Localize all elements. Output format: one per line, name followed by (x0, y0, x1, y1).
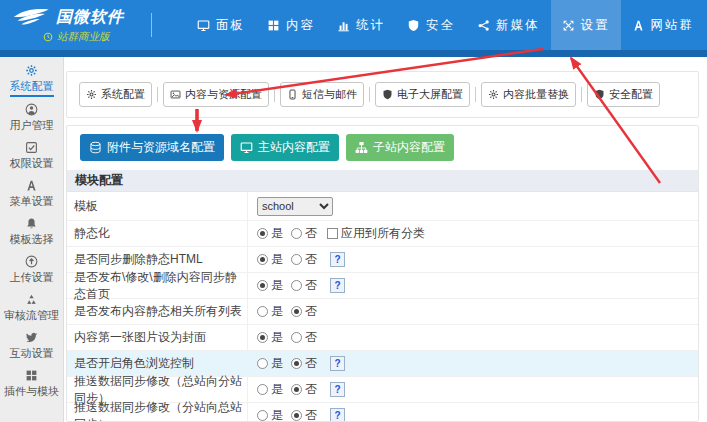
radio-yes[interactable] (257, 306, 268, 317)
radio-no[interactable] (291, 280, 302, 291)
nav-item-dashboard[interactable]: 面板 (186, 0, 256, 50)
grid-icon (267, 19, 280, 32)
sidebar-item-label: 审核流管理 (4, 308, 59, 323)
row-label: 模板 (74, 198, 98, 215)
radio-no[interactable] (291, 254, 302, 265)
nav-item-label: 内容 (286, 17, 315, 34)
radio-yes[interactable] (257, 410, 268, 421)
sms-email-button[interactable]: 短信与邮件 (280, 82, 364, 107)
gear-icon (25, 64, 38, 79)
nav-item-label: 安全 (426, 17, 455, 34)
system-config-button[interactable]: 系统配置 (79, 82, 152, 107)
content-batch-replace-button[interactable]: 内容批量替换 (481, 82, 576, 107)
radio-yes[interactable] (257, 254, 268, 265)
module-config-card: 附件与资源域名配置主站内容配置子站内容配置 模块配置 模板school静态化是否… (66, 125, 699, 422)
nav-item-settings[interactable]: 设置 (551, 0, 621, 50)
tab-sub-site-content-config[interactable]: 子站内容配置 (346, 134, 454, 161)
sidebar-item-label: 系统配置 (10, 79, 54, 97)
radio-no[interactable] (291, 358, 302, 369)
help-icon[interactable]: ? (330, 408, 345, 422)
sidebar-item-permission-settings[interactable]: 权限设置 (0, 137, 63, 175)
radio-option-label: 是 (271, 225, 283, 242)
radio-option-label: 是 (271, 303, 283, 320)
sidebar-item-upload-settings[interactable]: 上传设置 (0, 251, 63, 289)
radio-yes[interactable] (257, 228, 268, 239)
radio-no[interactable] (291, 332, 302, 343)
row-label-cell: 推送数据同步修改（分站向总站同步） (67, 403, 247, 422)
help-icon[interactable]: ? (330, 356, 345, 371)
radio-no[interactable] (291, 228, 302, 239)
sidebar-item-user-management[interactable]: 用户管理 (0, 99, 63, 137)
sidebar-item-system-config[interactable]: 系统配置 (0, 61, 63, 99)
radio-no[interactable] (291, 384, 302, 395)
checkbox-label: 应用到所有分类 (341, 225, 425, 242)
sidebar-item-label: 插件与模块 (4, 384, 59, 399)
bird-icon (25, 331, 38, 346)
check-square-icon (25, 141, 38, 156)
big-screen-config-button[interactable]: 电子大屏配置 (375, 82, 470, 107)
sidebar-item-label: 上传设置 (10, 270, 54, 285)
radio-yes[interactable] (257, 332, 268, 343)
nav-item-statistics[interactable]: 统计 (326, 0, 396, 50)
row-value-cell: 是否? (247, 247, 698, 272)
toolbar-separator (475, 87, 476, 102)
radio-yes[interactable] (257, 384, 268, 395)
sidebar-item-interaction-settings[interactable]: 互动设置 (0, 327, 63, 365)
row-label: 推送数据同步修改（分站向总站同步） (74, 399, 247, 422)
toolbar-button-label: 内容与资源配置 (185, 87, 262, 102)
radio-option-label: 否 (305, 277, 317, 294)
row-label: 是否开启角色浏览控制 (74, 355, 194, 372)
sidebar-item-menu-settings[interactable]: 菜单设置 (0, 175, 63, 213)
radio-option-label: 是 (271, 355, 283, 372)
panel-title: 模块配置 (67, 170, 698, 192)
tab-main-site-content-config[interactable]: 主站内容配置 (231, 134, 339, 161)
sidebar-item-template-selection[interactable]: 模板选择 (0, 213, 63, 251)
row-label: 静态化 (74, 225, 110, 242)
row-label-cell: 是否发布\修改\删除内容同步静态首页 (67, 273, 247, 298)
nav-item-security[interactable]: 安全 (396, 0, 466, 50)
radio-option-label: 否 (305, 329, 317, 346)
apply-all-categories-checkbox[interactable] (327, 228, 338, 239)
help-icon[interactable]: ? (330, 278, 345, 293)
row-value-cell: 是否 (247, 325, 698, 350)
template-select[interactable]: school (257, 197, 333, 216)
module-config-table: 模板school静态化是否应用到所有分类是否同步删除静态HTML是否?是否发布\… (67, 192, 698, 422)
tab-attachment-domain-config[interactable]: 附件与资源域名配置 (80, 134, 224, 161)
nav-item-content[interactable]: 内容 (256, 0, 326, 50)
radio-yes[interactable] (257, 358, 268, 369)
content-resource-config-button[interactable]: 内容与资源配置 (163, 82, 269, 107)
nav-item-site-group[interactable]: 网站群 (621, 0, 706, 50)
radio-yes[interactable] (257, 280, 268, 291)
radio-option-label: 否 (305, 407, 317, 422)
gear-icon (488, 89, 499, 100)
toolbar-button-label: 系统配置 (101, 87, 145, 102)
monitor-icon (240, 141, 253, 154)
mobile-icon (287, 89, 298, 100)
radio-no[interactable] (291, 306, 302, 317)
nav-item-label: 统计 (356, 17, 385, 34)
radio-option-label: 否 (305, 225, 317, 242)
sidebar-item-plugins-modules[interactable]: 插件与模块 (0, 365, 63, 403)
recycle-icon (25, 293, 38, 308)
row-value-cell: 是否? (247, 377, 698, 402)
security-config-button[interactable]: 安全配置 (587, 82, 660, 107)
sidebar-item-audit-flow-management[interactable]: 审核流管理 (0, 289, 63, 327)
row-label-cell: 模板 (67, 192, 247, 220)
nav-item-label: 网站群 (651, 17, 695, 34)
nav-item-new-media[interactable]: 新媒体 (466, 0, 551, 50)
toolbar-separator (581, 87, 582, 102)
row-label-cell: 内容第一张图片设为封面 (67, 325, 247, 350)
help-icon[interactable]: ? (330, 382, 345, 397)
share-icon (477, 19, 490, 32)
image-icon (170, 89, 181, 100)
brand: 国微软件 站群商业版 (0, 7, 143, 44)
row-label-cell: 静态化 (67, 221, 247, 246)
radio-option-label: 是 (271, 407, 283, 422)
brand-swoosh-logo-icon (13, 7, 51, 27)
radio-no[interactable] (291, 410, 302, 421)
th-large-icon (25, 369, 38, 384)
row-label: 是否发布内容静态相关所有列表 (74, 303, 242, 320)
radio-option-label: 是 (271, 277, 283, 294)
help-icon[interactable]: ? (330, 252, 345, 267)
table-row-push-sync-sub-to-master: 推送数据同步修改（分站向总站同步）是否? (67, 403, 698, 422)
